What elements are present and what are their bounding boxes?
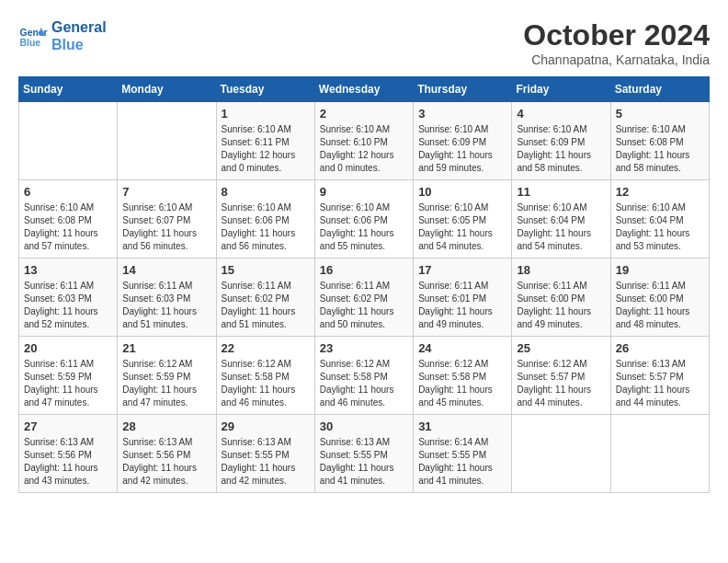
month-title: October 2024: [523, 18, 710, 52]
day-cell: 28Sunrise: 6:13 AM Sunset: 5:56 PM Dayli…: [118, 415, 216, 493]
day-info: Sunrise: 6:10 AM Sunset: 6:08 PM Dayligh…: [24, 201, 112, 253]
day-number: 28: [122, 419, 210, 433]
day-info: Sunrise: 6:10 AM Sunset: 6:04 PM Dayligh…: [517, 201, 605, 253]
logo-blue: Blue: [51, 36, 107, 53]
day-cell: 11Sunrise: 6:10 AM Sunset: 6:04 PM Dayli…: [512, 180, 610, 259]
day-number: 20: [24, 341, 112, 355]
col-header-monday: Monday: [118, 77, 216, 102]
day-info: Sunrise: 6:12 AM Sunset: 5:58 PM Dayligh…: [418, 358, 506, 409]
day-info: Sunrise: 6:10 AM Sunset: 6:11 PM Dayligh…: [222, 123, 310, 175]
day-info: Sunrise: 6:11 AM Sunset: 6:02 PM Dayligh…: [222, 280, 310, 331]
day-number: 8: [222, 185, 310, 199]
day-cell: 7Sunrise: 6:10 AM Sunset: 6:07 PM Daylig…: [118, 180, 216, 259]
day-info: Sunrise: 6:11 AM Sunset: 6:00 PM Dayligh…: [517, 280, 605, 331]
day-cell: [610, 415, 709, 493]
title-area: October 2024 Channapatna, Karnataka, Ind…: [523, 18, 710, 67]
day-info: Sunrise: 6:13 AM Sunset: 5:56 PM Dayligh…: [24, 436, 112, 488]
day-cell: 21Sunrise: 6:12 AM Sunset: 5:59 PM Dayli…: [118, 337, 216, 415]
week-row-3: 13Sunrise: 6:11 AM Sunset: 6:03 PM Dayli…: [19, 259, 710, 337]
day-info: Sunrise: 6:10 AM Sunset: 6:07 PM Dayligh…: [122, 201, 210, 253]
day-number: 11: [517, 185, 605, 199]
day-number: 19: [616, 263, 704, 277]
day-cell: [512, 415, 610, 493]
day-cell: 3Sunrise: 6:10 AM Sunset: 6:09 PM Daylig…: [414, 102, 512, 180]
svg-text:Blue: Blue: [20, 38, 41, 48]
day-cell: 31Sunrise: 6:14 AM Sunset: 5:55 PM Dayli…: [414, 415, 512, 493]
week-row-2: 6Sunrise: 6:10 AM Sunset: 6:08 PM Daylig…: [19, 180, 710, 259]
day-number: 25: [517, 341, 605, 355]
day-info: Sunrise: 6:14 AM Sunset: 5:55 PM Dayligh…: [418, 436, 506, 488]
day-number: 9: [320, 185, 408, 199]
day-number: 23: [320, 341, 408, 355]
day-number: 12: [616, 185, 704, 199]
day-info: Sunrise: 6:13 AM Sunset: 5:55 PM Dayligh…: [222, 436, 310, 488]
day-cell: 23Sunrise: 6:12 AM Sunset: 5:58 PM Dayli…: [314, 337, 413, 415]
day-info: Sunrise: 6:10 AM Sunset: 6:06 PM Dayligh…: [320, 201, 408, 253]
logo: General Blue General Blue: [18, 18, 107, 53]
day-info: Sunrise: 6:11 AM Sunset: 5:59 PM Dayligh…: [24, 358, 112, 409]
page-header: General Blue General Blue October 2024 C…: [18, 18, 710, 67]
day-number: 10: [418, 185, 506, 199]
week-row-4: 20Sunrise: 6:11 AM Sunset: 5:59 PM Dayli…: [19, 337, 710, 415]
day-number: 2: [320, 107, 408, 121]
day-cell: [118, 102, 216, 180]
day-number: 26: [616, 341, 704, 355]
day-info: Sunrise: 6:12 AM Sunset: 5:59 PM Dayligh…: [122, 358, 210, 409]
day-number: 21: [122, 341, 210, 355]
day-cell: 1Sunrise: 6:10 AM Sunset: 6:11 PM Daylig…: [216, 102, 314, 180]
day-number: 6: [24, 185, 112, 199]
day-info: Sunrise: 6:11 AM Sunset: 6:02 PM Dayligh…: [320, 280, 408, 331]
day-info: Sunrise: 6:11 AM Sunset: 6:01 PM Dayligh…: [418, 280, 506, 331]
day-number: 16: [320, 263, 408, 277]
day-number: 7: [122, 185, 210, 199]
day-info: Sunrise: 6:10 AM Sunset: 6:04 PM Dayligh…: [616, 201, 704, 253]
day-cell: 24Sunrise: 6:12 AM Sunset: 5:58 PM Dayli…: [414, 337, 512, 415]
day-number: 13: [24, 263, 112, 277]
day-number: 17: [418, 263, 506, 277]
col-header-friday: Friday: [512, 77, 610, 102]
col-header-wednesday: Wednesday: [314, 77, 413, 102]
day-cell: 29Sunrise: 6:13 AM Sunset: 5:55 PM Dayli…: [216, 415, 314, 493]
week-row-5: 27Sunrise: 6:13 AM Sunset: 5:56 PM Dayli…: [19, 415, 710, 493]
col-header-tuesday: Tuesday: [216, 77, 314, 102]
col-header-thursday: Thursday: [414, 77, 512, 102]
day-cell: 13Sunrise: 6:11 AM Sunset: 6:03 PM Dayli…: [19, 259, 118, 337]
day-cell: 26Sunrise: 6:13 AM Sunset: 5:57 PM Dayli…: [610, 337, 709, 415]
day-cell: 12Sunrise: 6:10 AM Sunset: 6:04 PM Dayli…: [610, 180, 709, 259]
day-info: Sunrise: 6:11 AM Sunset: 6:03 PM Dayligh…: [122, 280, 210, 331]
header-row: SundayMondayTuesdayWednesdayThursdayFrid…: [19, 77, 710, 102]
day-number: 4: [517, 107, 605, 121]
day-cell: 20Sunrise: 6:11 AM Sunset: 5:59 PM Dayli…: [19, 337, 118, 415]
calendar-table: SundayMondayTuesdayWednesdayThursdayFrid…: [18, 76, 710, 493]
day-cell: 27Sunrise: 6:13 AM Sunset: 5:56 PM Dayli…: [19, 415, 118, 493]
day-number: 29: [222, 419, 310, 433]
day-cell: 30Sunrise: 6:13 AM Sunset: 5:55 PM Dayli…: [314, 415, 413, 493]
day-cell: 2Sunrise: 6:10 AM Sunset: 6:10 PM Daylig…: [314, 102, 413, 180]
day-number: 5: [616, 107, 704, 121]
day-cell: 19Sunrise: 6:11 AM Sunset: 6:00 PM Dayli…: [610, 259, 709, 337]
day-info: Sunrise: 6:12 AM Sunset: 5:57 PM Dayligh…: [517, 358, 605, 409]
day-cell: 18Sunrise: 6:11 AM Sunset: 6:00 PM Dayli…: [512, 259, 610, 337]
day-info: Sunrise: 6:13 AM Sunset: 5:57 PM Dayligh…: [616, 358, 704, 409]
day-number: 30: [320, 419, 408, 433]
day-number: 27: [24, 419, 112, 433]
day-info: Sunrise: 6:10 AM Sunset: 6:10 PM Dayligh…: [320, 123, 408, 175]
day-info: Sunrise: 6:12 AM Sunset: 5:58 PM Dayligh…: [222, 358, 310, 409]
logo-icon: General Blue: [18, 21, 48, 51]
day-cell: 16Sunrise: 6:11 AM Sunset: 6:02 PM Dayli…: [314, 259, 413, 337]
day-cell: 10Sunrise: 6:10 AM Sunset: 6:05 PM Dayli…: [414, 180, 512, 259]
day-number: 15: [222, 263, 310, 277]
day-cell: 8Sunrise: 6:10 AM Sunset: 6:06 PM Daylig…: [216, 180, 314, 259]
day-cell: 5Sunrise: 6:10 AM Sunset: 6:08 PM Daylig…: [610, 102, 709, 180]
day-number: 1: [222, 107, 310, 121]
day-info: Sunrise: 6:13 AM Sunset: 5:56 PM Dayligh…: [122, 436, 210, 488]
day-info: Sunrise: 6:10 AM Sunset: 6:05 PM Dayligh…: [418, 201, 506, 253]
day-info: Sunrise: 6:11 AM Sunset: 6:03 PM Dayligh…: [24, 280, 112, 331]
day-number: 18: [517, 263, 605, 277]
day-info: Sunrise: 6:10 AM Sunset: 6:09 PM Dayligh…: [517, 123, 605, 175]
day-number: 24: [418, 341, 506, 355]
col-header-sunday: Sunday: [19, 77, 118, 102]
week-row-1: 1Sunrise: 6:10 AM Sunset: 6:11 PM Daylig…: [19, 102, 710, 180]
day-info: Sunrise: 6:10 AM Sunset: 6:06 PM Dayligh…: [222, 201, 310, 253]
logo-general: General: [51, 18, 107, 36]
